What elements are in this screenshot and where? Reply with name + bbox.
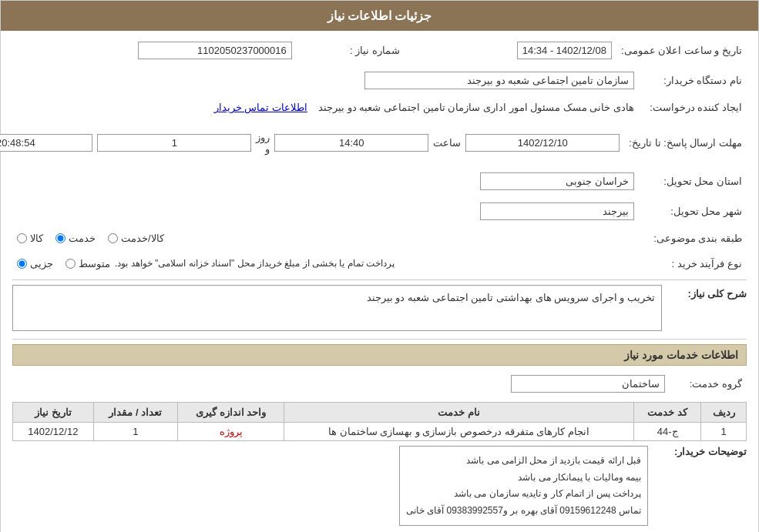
divider-2 (12, 339, 747, 340)
name-dastgah-label: نام دستگاه خریدار: (639, 69, 747, 92)
tawzih-label: توضیحات خریدار: (654, 446, 747, 457)
name-dastgah-value: سازمان تامین اجتماعی شعبه دو بیرجند (12, 69, 639, 92)
col-kod: کد خدمت (633, 403, 700, 423)
mohlat-label: مهلت ارسال پاسخ: تا تاریخ: (624, 122, 747, 163)
mohlat-rooz-box: 1 (97, 134, 251, 152)
ostan-label: استان محل تحویل: (639, 169, 747, 193)
tabaqe-label: طبقه بندی موضوعی: (639, 229, 747, 247)
col-tedad: تعداد / مقدار (93, 403, 177, 423)
mohlat-table: مهلت ارسال پاسخ: تا تاریخ: 1402/12/10 سا… (0, 122, 747, 163)
services-tbody: 1ج-44انجام کارهای متفرقه درخصوص بازسازی … (13, 423, 747, 441)
ettelaat-tamas-link[interactable]: اطلاعات تماس خریدار (214, 102, 307, 113)
tarikh-elaan-label: تاریخ و ساعت اعلان عمومی: (616, 38, 747, 62)
col-tarikh: تاریخ نیاز (13, 403, 94, 423)
cell-kod_khedmat: ج-44 (633, 423, 700, 441)
tabaqe-khedmat-radio[interactable] (55, 233, 65, 243)
dastgah-table: نام دستگاه خریدار: سازمان تامین اجتماعی … (12, 69, 747, 92)
tawzih-line: قبل ارائه قیمت بازدید از محل الزامی می ب… (406, 453, 641, 470)
shahr-value: بیرجند (12, 199, 639, 223)
mohlat-value: 1402/12/10 ساعت 14:40 روز و 1 20:48:54 س… (0, 122, 624, 163)
tabaqe-kala-khedmat-item: کالا/خدمت (108, 233, 164, 244)
ostan-table: استان محل تحویل: خراسان جنوبی (12, 169, 747, 193)
farayand-radio-group: متوسط جزیی (17, 258, 110, 269)
farayand-label: نوع فرآیند خرید : (639, 253, 747, 273)
services-table: ردیف کد خدمت نام خدمت واحد اندازه گیری ت… (12, 402, 747, 441)
ijad-table: ایجاد کننده درخواست: هادی خانی مسک مسئول… (12, 99, 747, 116)
time-row: 1402/12/10 ساعت 14:40 روز و 1 20:48:54 س… (0, 125, 620, 160)
table-row: 1ج-44انجام کارهای متفرقه درخصوص بازسازی … (13, 423, 747, 441)
tabaqe-kala-item: کالا (17, 233, 43, 244)
mohlat-remaining-box: 20:48:54 (0, 134, 92, 152)
tabaqe-radios: کالا/خدمت خدمت کالا (12, 229, 639, 247)
rooz-label: روز و (256, 132, 270, 155)
tabaqe-kala-radio[interactable] (17, 233, 27, 243)
farayand-value: پرداخت تمام یا بخشی از مبلغ خریداز محل "… (12, 253, 639, 273)
tabaqe-radio-group: کالا/خدمت خدمت کالا (17, 233, 634, 244)
services-header-row: ردیف کد خدمت نام خدمت واحد اندازه گیری ت… (13, 403, 747, 423)
cell-name_khedmat: انجام کارهای متفرقه درخصوص بازسازی و بهس… (284, 423, 634, 441)
farayand-jozii-item: جزیی (17, 258, 53, 269)
sharh-container: تخریب و اجرای سرویس های بهداشتی تامین اج… (12, 285, 662, 331)
top-info-table: تاریخ و ساعت اعلان عمومی: 1402/12/08 - 1… (12, 38, 747, 62)
tabaqe-kala-khedmat-label: کالا/خدمت (121, 233, 164, 244)
cell-tedad: 1 (93, 423, 177, 441)
shomara-niaz-value: 1102050237000016 (12, 38, 297, 62)
divider-1 (12, 279, 747, 280)
page-wrapper: جزئیات اطلاعات نیاز تاریخ و ساعت اعلان ع… (0, 0, 759, 532)
tabaqe-khedmat-item: خدمت (55, 233, 96, 244)
farayand-row: پرداخت تمام یا بخشی از مبلغ خریداز محل "… (17, 256, 634, 270)
col-name: نام خدمت (284, 403, 634, 423)
col-radif: ردیف (701, 403, 747, 423)
khadamat-section-title: اطلاعات خدمات مورد نیاز (12, 344, 747, 366)
farayand-table: نوع فرآیند خرید : پرداخت تمام یا بخشی از… (12, 253, 747, 273)
process-note: پرداخت تمام یا بخشی از مبلغ خریداز محل "… (115, 256, 395, 270)
ostan-value: خراسان جنوبی (12, 169, 639, 193)
shomara-niaz-label: شماره نیاز : (297, 38, 405, 62)
sharh-label: شرح کلی نیاز: (670, 285, 747, 299)
name-dastgah-box: سازمان تامین اجتماعی شعبه دو بیرجند (364, 72, 634, 89)
tabaqe-kala-label: کالا (30, 233, 43, 244)
sharh-section: شرح کلی نیاز: تخریب و اجرای سرویس های به… (12, 285, 747, 331)
tawzih-line: پرداخت پس از اتمام کار و تایدیه سازمان م… (406, 486, 641, 503)
tabaqe-kala-khedmat-radio[interactable] (108, 233, 118, 243)
shahr-label: شهر محل تحویل: (639, 199, 747, 223)
ijad-konande-value: هادی خانی مسک مسئول امور اداری سازمان تا… (12, 99, 639, 116)
gorooh-label: گروه خدمت: (670, 372, 747, 396)
cell-vahed: پروژه (178, 423, 284, 441)
gorooh-box: ساختمان (511, 375, 665, 393)
tarikh-elaan-box: 1402/12/08 - 14:34 (517, 42, 612, 59)
ijad-konande-label: ایجاد کننده درخواست: (639, 99, 747, 116)
tawzih-row: توضیحات خریدار: قبل ارائه قیمت بازدید از… (12, 446, 747, 526)
gorooh-value: ساختمان (12, 372, 670, 396)
page-header: جزئیات اطلاعات نیاز (1, 1, 758, 31)
shahr-box: بیرجند (480, 202, 634, 220)
services-thead: ردیف کد خدمت نام خدمت واحد اندازه گیری ت… (13, 403, 747, 423)
shomara-niaz-box: 1102050237000016 (138, 42, 292, 59)
cell-tarikh: 1402/12/12 (13, 423, 94, 441)
page-title: جزئیات اطلاعات نیاز (327, 9, 432, 22)
tawzih-line: بیمه ومالیات با پیمانکار می باشد (406, 470, 641, 487)
col-vahed: واحد اندازه گیری (178, 403, 284, 423)
farayand-mottavaset-label: متوسط (79, 258, 110, 269)
sharh-box: تخریب و اجرای سرویس های بهداشتی تامین اج… (12, 285, 662, 331)
farayand-jozii-label: جزیی (30, 258, 53, 269)
main-content: تاریخ و ساعت اعلان عمومی: 1402/12/08 - 1… (1, 31, 758, 532)
tawzih-line: تماس 09159612248 آقای بهره بر و093839925… (406, 503, 641, 520)
shahr-table: شهر محل تحویل: بیرجند (12, 199, 747, 223)
mohlat-date-box: 1402/12/10 (465, 134, 620, 152)
tabaqe-table: طبقه بندی موضوعی: کالا/خدمت خدمت کالا (12, 229, 747, 247)
saat-label: ساعت (433, 137, 461, 149)
ostan-box: خراسان جنوبی (480, 172, 634, 190)
tawzih-box: قبل ارائه قیمت بازدید از محل الزامی می ب… (399, 446, 648, 526)
farayand-mottavaset-radio[interactable] (65, 259, 76, 269)
ijad-konande-text: هادی خانی مسک مسئول امور اداری سازمان تا… (318, 102, 634, 113)
farayand-mottavaset-item: متوسط (65, 258, 110, 269)
tabaqe-khedmat-label: خدمت (69, 233, 96, 244)
gorooh-table: گروه خدمت: ساختمان (12, 372, 747, 396)
tarikh-elaan-value: 1402/12/08 - 14:34 (435, 38, 616, 62)
cell-radif: 1 (701, 423, 747, 441)
mohlat-saat-box: 14:40 (274, 134, 428, 152)
farayand-jozii-radio[interactable] (17, 259, 27, 269)
